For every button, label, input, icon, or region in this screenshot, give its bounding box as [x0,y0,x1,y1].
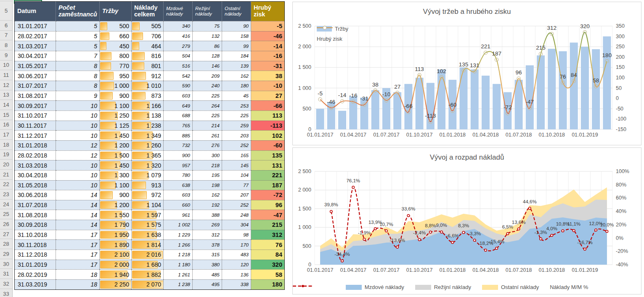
row-header-24[interactable]: 24 [0,200,12,210]
cell-trzby[interactable]: 2 100 [100,250,132,260]
cell-pocet[interactable]: 5 [56,21,100,31]
column-header-trzby[interactable]: Tržby [100,2,132,21]
cell-datum[interactable]: 30.11.2017 [15,121,56,131]
cell-rezijni[interactable]: 225 [193,91,222,101]
cell-mzdove[interactable]: 1 218 [164,250,193,260]
cell-ostatni[interactable]: 165 [222,150,251,160]
cell-pocet[interactable]: 14 [56,210,100,220]
cell-zisk[interactable]: -5 [251,21,284,31]
column-header-pocet[interactable]: Počet zaměstnanců [56,2,100,21]
cell-mzdove[interactable]: 416 [164,31,193,41]
cell-trzby[interactable]: 1 550 [100,210,132,220]
cell-zisk[interactable]: 320 [251,260,284,270]
cell-ostatni[interactable]: 304 [222,220,251,230]
cell-trzby[interactable]: 1 450 [100,130,132,140]
row-header-11[interactable]: 11 [0,70,12,80]
bar[interactable] [603,37,611,129]
cell-pocet[interactable]: 8 [56,71,100,81]
cell-rezijni[interactable]: 269 [193,220,222,230]
cell-pocet[interactable]: 10 [56,110,100,121]
cell-pocet[interactable]: 10 [56,180,100,190]
cell-zisk[interactable]: -10 [251,81,284,91]
cell-mzdove[interactable]: 957 [164,160,193,170]
cell-rezijni[interactable]: 380 [193,260,222,270]
bar[interactable] [493,84,501,129]
cell-mzdove[interactable]: 900 [164,150,193,160]
cell-ostatni[interactable]: 139 [222,61,251,71]
cell-trzby[interactable]: 1 200 [100,200,132,210]
cell-mzdove[interactable]: 660 [164,200,193,210]
cell-pocet[interactable]: 10 [56,170,100,180]
cell-trzby[interactable]: 800 [100,51,132,61]
cell-naklady[interactable]: 1 320 [132,160,164,170]
bar[interactable] [471,69,479,129]
cell-naklady[interactable]: 1 079 [132,170,164,180]
cell-ostatni[interactable]: 98 [222,230,251,240]
cell-naklady[interactable]: 2 070 [132,279,164,289]
cell-datum[interactable]: 31.03.2017 [15,41,56,51]
row-header-14[interactable]: 14 [0,100,12,110]
cell-mzdove[interactable]: 780 [164,170,193,180]
column-header-naklady[interactable]: Náklady celkem [132,2,164,21]
column-header-ostatni[interactable]: Ostatní náklady [222,2,251,21]
bar[interactable] [460,67,468,129]
cell-pocet[interactable]: 9 [56,91,100,101]
cell-trzby[interactable]: 1 300 [100,170,132,180]
cell-mzdove[interactable]: 1 238 [164,279,193,289]
row-header-23[interactable]: 23 [0,189,12,200]
cell-mzdove[interactable]: 603 [164,190,193,200]
cell-ostatni[interactable]: 252 [222,140,251,150]
cell-rezijni[interactable]: 209 [193,71,222,81]
cell-zisk[interactable]: -72 [251,190,284,200]
cell-mzdove[interactable]: 1 002 [164,220,193,230]
cell-datum[interactable]: 30.09.2017 [15,100,56,110]
cell-ostatni[interactable]: 203 [222,130,251,140]
cell-zisk[interactable]: 187 [251,180,284,190]
cell-rezijni[interactable]: 378 [193,239,222,250]
cell-pocet[interactable]: 12 [56,140,100,150]
cell-rezijni[interactable]: 192 [193,200,222,210]
bar[interactable] [548,49,556,129]
cell-rezijni[interactable]: 86 [193,41,222,51]
cell-rezijni[interactable]: 225 [193,110,222,121]
cell-mzdove[interactable]: 340 [164,21,193,31]
bar[interactable] [515,80,523,129]
cell-naklady[interactable]: 464 [132,41,164,51]
cell-datum[interactable]: 31.05.2017 [15,61,56,71]
cell-naklady[interactable]: 1 814 [132,239,164,250]
cell-ostatni[interactable]: 104 [222,170,251,180]
cell-pocet[interactable]: 5 [56,41,100,51]
cell-zisk[interactable]: 102 [251,130,284,140]
row-header-15[interactable]: 15 [0,110,12,120]
cell-naklady[interactable]: 972 [132,190,164,200]
row-header-28[interactable]: 28 [0,239,12,249]
cell-pocet[interactable]: 10 [56,121,100,131]
cell-datum[interactable]: 31.07.2017 [15,81,56,91]
cell-zisk[interactable]: 180 [251,279,284,289]
legend-item-naklady-mm[interactable]: Náklady M/M % [550,284,588,290]
cell-zisk[interactable]: 38 [251,71,284,81]
cell-mzdove[interactable]: 542 [164,71,193,81]
cell-mzdove[interactable]: 961 [164,210,193,220]
legend-item-rezijni[interactable]: Režijní náklady [415,284,471,290]
bar[interactable] [338,111,346,129]
cell-naklady[interactable]: 1 575 [132,220,164,230]
cell-rezijni[interactable]: 261 [193,130,222,140]
cell-pocet[interactable]: 17 [56,250,100,260]
row-header-6[interactable]: 6 [0,21,12,31]
row-header-27[interactable]: 27 [0,229,12,239]
cell-ostatni[interactable]: 77 [222,180,251,190]
cell-ostatni[interactable]: 170 [222,239,251,250]
cell-zisk[interactable]: -66 [251,100,284,110]
cell-ostatni[interactable]: 90 [222,21,251,31]
cell-mzdove[interactable]: 732 [164,140,193,150]
cell-trzby[interactable]: 1 100 [100,100,132,110]
cell-naklady[interactable]: 1 010 [132,81,164,91]
cell-naklady[interactable]: 1 104 [132,200,164,210]
cell-rezijni[interactable]: 75 [193,21,222,31]
cell-datum[interactable]: 31.05.2018 [15,180,56,190]
cell-ostatni[interactable]: 145 [222,160,251,170]
cell-zisk[interactable]: 135 [251,150,284,160]
cell-rezijni[interactable]: 315 [193,250,222,260]
cell-zisk[interactable]: -16 [251,51,284,61]
